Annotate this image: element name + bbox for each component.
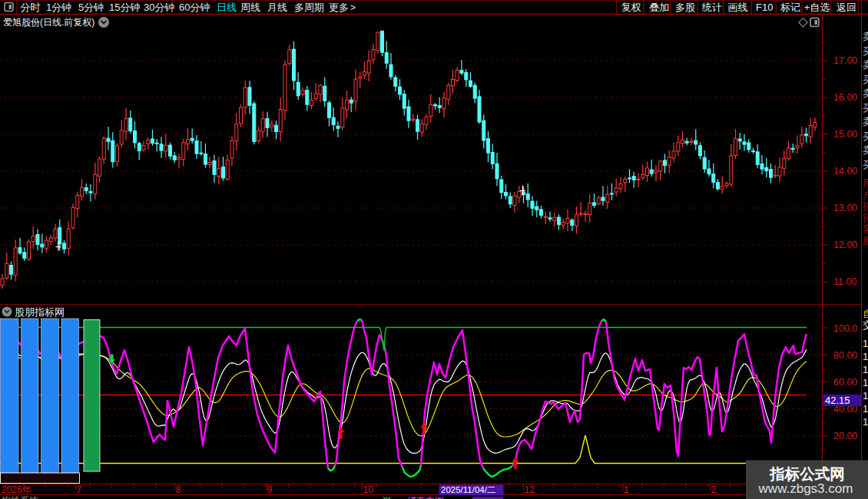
svg-text:80.00: 80.00 — [833, 350, 857, 361]
svg-text:12: 12 — [525, 484, 535, 495]
svg-text:5分钟: 5分钟 — [78, 2, 104, 13]
svg-text:1分钟: 1分钟 — [46, 2, 71, 13]
svg-text:更多: 更多 — [329, 2, 349, 13]
svg-text:2: 2 — [711, 484, 717, 495]
svg-text:分时: 分时 — [21, 2, 41, 13]
svg-text:买: 买 — [863, 159, 868, 170]
svg-text:1: 1 — [863, 364, 868, 375]
svg-text:9: 9 — [267, 484, 273, 495]
svg-text:www.zbgs3.com: www.zbgs3.com — [758, 481, 853, 496]
svg-text:日线: 日线 — [217, 2, 237, 13]
svg-text:卖: 卖 — [863, 116, 868, 127]
svg-text:指标公式网: 指标公式网 — [769, 465, 845, 482]
svg-text:多股: 多股 — [675, 2, 695, 13]
svg-text:10: 10 — [363, 484, 374, 495]
svg-text:卖: 卖 — [863, 88, 868, 99]
svg-text:接: 接 — [862, 200, 868, 212]
svg-text:户: 户 — [863, 189, 868, 200]
svg-text:2025/11/04/二: 2025/11/04/二 — [441, 485, 495, 494]
svg-text:1: 1 — [863, 377, 868, 388]
svg-text:60.00: 60.00 — [833, 377, 857, 388]
svg-text:F10: F10 — [756, 2, 773, 13]
svg-text:卖: 卖 — [863, 144, 868, 156]
svg-text:均线系统: 均线系统 — [1, 495, 38, 499]
svg-text:待: 待 — [863, 212, 868, 223]
svg-text:复权: 复权 — [621, 2, 641, 13]
svg-text:卖: 卖 — [863, 59, 868, 71]
svg-text:12.00: 12.00 — [833, 240, 857, 250]
svg-text:60分钟: 60分钟 — [179, 2, 210, 13]
svg-text:博弈主图: 博弈主图 — [407, 496, 444, 499]
svg-text:13.00: 13.00 — [833, 203, 857, 213]
svg-text:客: 客 — [863, 223, 868, 235]
svg-text:用: 用 — [863, 177, 868, 189]
svg-text:2025年: 2025年 — [2, 484, 31, 495]
svg-text:16.00: 16.00 — [833, 92, 857, 103]
svg-text:周线: 周线 — [240, 2, 260, 13]
svg-text:多周期: 多周期 — [294, 2, 324, 13]
svg-text:14.00: 14.00 — [833, 166, 857, 177]
svg-text:>: > — [350, 2, 356, 13]
svg-text:20.00: 20.00 — [833, 431, 857, 441]
svg-text:自: 自 — [863, 308, 868, 319]
svg-text:爱旭股份(日线.前复权): 爱旭股份(日线.前复权) — [3, 17, 94, 28]
svg-text:返回: 返回 — [837, 2, 856, 13]
svg-text:15.00: 15.00 — [833, 129, 857, 140]
svg-text:1: 1 — [863, 390, 868, 402]
svg-text:1: 1 — [863, 338, 868, 349]
svg-text:30分钟: 30分钟 — [144, 2, 174, 13]
svg-text:标记: 标记 — [780, 2, 800, 13]
svg-text:17.00: 17.00 — [833, 55, 857, 66]
svg-text:11.00: 11.00 — [833, 276, 856, 287]
svg-text:买: 买 — [863, 74, 868, 85]
svg-text:15分钟: 15分钟 — [109, 2, 140, 13]
svg-text:画线: 画线 — [728, 2, 748, 13]
svg-text:1: 1 — [624, 484, 629, 495]
svg-text:买: 买 — [863, 102, 868, 114]
svg-text:月线: 月线 — [267, 2, 287, 13]
svg-text:卖: 卖 — [863, 31, 868, 42]
svg-text:买: 买 — [863, 45, 868, 57]
svg-text:叠加: 叠加 — [649, 2, 669, 13]
svg-text:股朋指标网: 股朋指标网 — [15, 306, 65, 318]
svg-text:买: 买 — [382, 496, 391, 499]
svg-text:统计: 统计 — [701, 2, 722, 13]
svg-text:服: 服 — [863, 235, 868, 246]
svg-text:42.15: 42.15 — [825, 395, 850, 406]
svg-text:+自选: +自选 — [804, 2, 830, 13]
svg-text:1: 1 — [863, 403, 868, 415]
svg-text:交: 交 — [863, 319, 868, 331]
svg-text:7: 7 — [77, 484, 82, 495]
svg-text:1: 1 — [863, 416, 868, 428]
svg-text:买: 买 — [863, 131, 868, 142]
svg-text:100.0: 100.0 — [833, 323, 857, 334]
svg-text:1: 1 — [863, 351, 868, 362]
